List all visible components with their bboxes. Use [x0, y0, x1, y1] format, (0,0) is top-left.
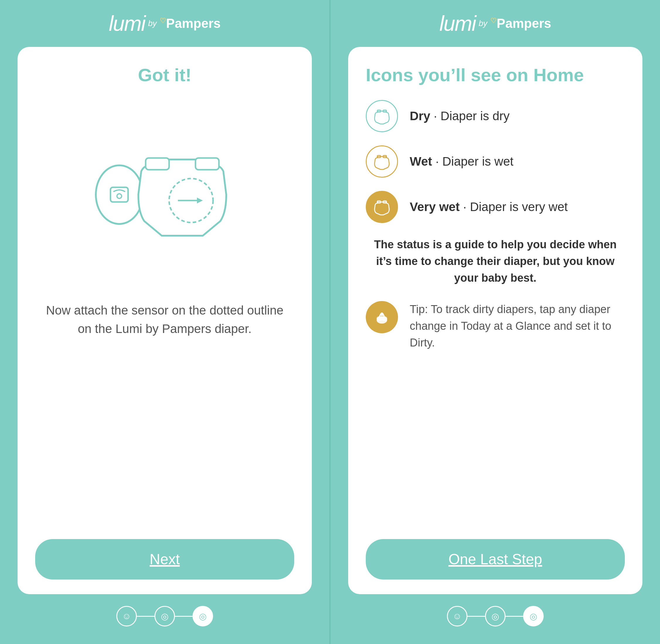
diaper-illustration [35, 100, 294, 283]
step-baby: ☺ [116, 606, 137, 626]
right-card-title: Icons you’ll see on Home [366, 65, 625, 85]
right-logo: lumi by ♡Pampers [439, 12, 551, 35]
right-logo-by: by [478, 19, 487, 28]
wet-icon-circle [366, 145, 398, 178]
step-sensor: ◎ [155, 606, 175, 626]
dry-label: Dry · Diaper is dry [410, 109, 510, 123]
right-camera-icon: ◎ [529, 611, 537, 621]
left-screen: lumi by ♡Pampers Got it! [0, 0, 329, 644]
svg-point-23 [382, 316, 383, 317]
step-line-1 [137, 616, 155, 617]
one-last-step-button[interactable]: One Last Step [366, 539, 625, 579]
dry-icon-row: Dry · Diaper is dry [366, 100, 625, 132]
right-step-baby: ☺ [447, 606, 468, 626]
dry-icon-circle [366, 100, 398, 132]
right-baby-icon: ☺ [453, 611, 462, 621]
wet-icon-row: Wet · Diaper is wet [366, 145, 625, 178]
very-wet-icon-row: Very wet · Diaper is very wet [366, 191, 625, 223]
left-logo: lumi by ♡Pampers [109, 12, 220, 35]
right-step-sensor: ◎ [485, 606, 505, 626]
left-logo-pampers: ♡Pampers [160, 16, 221, 31]
right-logo-lumi: lumi [439, 12, 476, 36]
svg-rect-6 [195, 158, 219, 170]
status-note: The status is a guide to help you decide… [366, 236, 625, 286]
very-wet-label: Very wet · Diaper is very wet [410, 200, 568, 214]
baby-icon: ☺ [122, 611, 131, 621]
right-screen: lumi by ♡Pampers Icons you’ll see on Hom… [331, 0, 660, 644]
right-sensor-icon: ◎ [492, 611, 499, 621]
camera-icon: ◎ [199, 611, 207, 621]
svg-point-0 [96, 165, 143, 224]
left-logo-by: by [148, 19, 157, 28]
step-camera: ◎ [192, 606, 213, 626]
svg-point-21 [381, 313, 383, 315]
next-button[interactable]: Next [35, 539, 294, 579]
sensor-icon: ◎ [161, 611, 168, 621]
left-logo-lumi: lumi [109, 12, 145, 36]
svg-point-22 [381, 316, 382, 317]
very-wet-icon-circle [366, 191, 398, 223]
left-card-description: Now attach the sensor on the dotted outl… [35, 301, 294, 338]
left-card-title: Got it! [35, 65, 294, 85]
wet-label: Wet · Diaper is wet [410, 155, 514, 168]
svg-rect-5 [146, 158, 169, 170]
right-logo-pampers: ♡Pampers [490, 16, 551, 31]
right-card: Icons you’ll see on Home Dry · Diaper is… [348, 47, 642, 594]
right-step-line-1 [468, 616, 485, 617]
tip-text: Tip: To track dirty diapers, tap any dia… [410, 301, 625, 351]
pampers-heart-icon: ♡ [160, 17, 166, 25]
tip-icon-circle [366, 301, 398, 333]
right-step-line-2 [505, 616, 523, 617]
right-stepper: ☺ ◎ ◎ [447, 606, 544, 626]
right-pampers-heart-icon: ♡ [490, 17, 497, 25]
tip-row: Tip: To track dirty diapers, tap any dia… [366, 301, 625, 351]
left-card: Got it! [18, 47, 312, 594]
left-stepper: ☺ ◎ ◎ [116, 606, 213, 626]
step-line-2 [175, 616, 192, 617]
right-step-camera: ◎ [523, 606, 544, 626]
